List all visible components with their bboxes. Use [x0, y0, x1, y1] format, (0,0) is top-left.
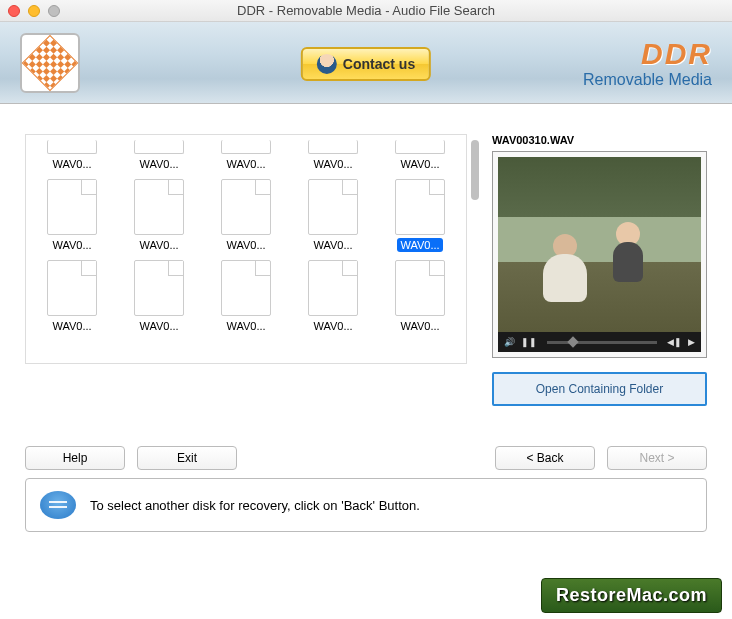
mute-icon[interactable]: 🔊 — [504, 337, 515, 347]
file-icon — [47, 140, 97, 154]
file-item[interactable]: WAV0... — [123, 260, 195, 333]
file-label: WAV0... — [310, 238, 355, 252]
file-item[interactable]: WAV0... — [210, 140, 282, 171]
hint-text: To select another disk for recovery, cli… — [90, 498, 420, 513]
window-title: DDR - Removable Media - Audio File Searc… — [0, 3, 732, 18]
back-button[interactable]: < Back — [495, 446, 595, 470]
watermark: RestoreMac.com — [541, 578, 722, 613]
file-label: WAV0... — [223, 319, 268, 333]
main-content: WAV0...WAV0...WAV0...WAV0...WAV0...WAV0.… — [0, 104, 732, 416]
file-icon — [134, 179, 184, 235]
pause-icon[interactable]: ❚❚ — [521, 337, 537, 347]
file-grid-container: WAV0...WAV0...WAV0...WAV0...WAV0...WAV0.… — [25, 134, 467, 406]
preview-box: 🔊 ❚❚ ◀❚ ▶ — [492, 151, 707, 358]
prev-icon[interactable]: ◀❚ — [667, 337, 682, 347]
help-button[interactable]: Help — [25, 446, 125, 470]
file-item[interactable]: WAV0... — [36, 179, 108, 252]
file-item[interactable]: WAV0... — [384, 140, 456, 171]
file-item[interactable]: WAV0... — [210, 179, 282, 252]
file-icon — [395, 140, 445, 154]
file-label: WAV0... — [310, 157, 355, 171]
file-item[interactable]: WAV0... — [123, 140, 195, 171]
file-icon — [308, 179, 358, 235]
file-item[interactable]: WAV0... — [297, 140, 369, 171]
file-item[interactable]: WAV0... — [297, 260, 369, 333]
file-label: WAV0... — [49, 157, 94, 171]
play-icon[interactable]: ▶ — [688, 337, 695, 347]
person-icon — [317, 54, 337, 74]
file-icon — [134, 260, 184, 316]
file-icon — [395, 260, 445, 316]
file-label: WAV0... — [223, 238, 268, 252]
file-grid-scroll[interactable]: WAV0...WAV0...WAV0...WAV0...WAV0...WAV0.… — [25, 134, 467, 364]
file-label: WAV0... — [136, 157, 181, 171]
file-item[interactable]: WAV0... — [36, 260, 108, 333]
hint-box: To select another disk for recovery, cli… — [25, 478, 707, 532]
file-item[interactable]: WAV0... — [297, 179, 369, 252]
file-label: WAV0... — [397, 157, 442, 171]
next-button: Next > — [607, 446, 707, 470]
exit-button[interactable]: Exit — [137, 446, 237, 470]
preview-panel: WAV00310.WAV 🔊 ❚❚ ◀❚ ▶ Open Containing F… — [492, 134, 707, 406]
contact-label: Contact us — [343, 56, 415, 72]
contact-us-button[interactable]: Contact us — [301, 47, 431, 81]
file-icon — [47, 179, 97, 235]
brand: DDR Removable Media — [583, 37, 712, 89]
scrollbar[interactable] — [471, 140, 479, 200]
file-item[interactable]: WAV0... — [384, 260, 456, 333]
file-label: WAV0... — [49, 319, 94, 333]
preview-image — [498, 157, 701, 332]
file-label: WAV0... — [397, 238, 442, 252]
file-label: WAV0... — [49, 238, 94, 252]
file-icon — [308, 140, 358, 154]
brand-subtitle: Removable Media — [583, 71, 712, 89]
brand-title: DDR — [583, 37, 712, 71]
file-icon — [221, 179, 271, 235]
file-label: WAV0... — [136, 319, 181, 333]
file-item[interactable]: WAV0... — [384, 179, 456, 252]
file-item[interactable]: WAV0... — [123, 179, 195, 252]
file-icon — [221, 260, 271, 316]
chat-icon — [40, 491, 76, 519]
file-label: WAV0... — [136, 238, 181, 252]
file-icon — [221, 140, 271, 154]
header-banner: Contact us DDR Removable Media — [0, 22, 732, 104]
bottom-area: Help Exit < Back Next > To select anothe… — [0, 416, 732, 542]
file-icon — [308, 260, 358, 316]
file-icon — [47, 260, 97, 316]
media-controls: 🔊 ❚❚ ◀❚ ▶ — [498, 332, 701, 352]
app-logo — [20, 33, 80, 93]
file-item[interactable]: WAV0... — [210, 260, 282, 333]
file-label: WAV0... — [223, 157, 268, 171]
preview-filename: WAV00310.WAV — [492, 134, 707, 146]
titlebar: DDR - Removable Media - Audio File Searc… — [0, 0, 732, 22]
file-label: WAV0... — [397, 319, 442, 333]
file-icon — [134, 140, 184, 154]
open-containing-folder-button[interactable]: Open Containing Folder — [492, 372, 707, 406]
file-icon — [395, 179, 445, 235]
seek-slider[interactable] — [547, 341, 657, 344]
button-row: Help Exit < Back Next > — [25, 446, 707, 470]
file-label: WAV0... — [310, 319, 355, 333]
file-item[interactable]: WAV0... — [36, 140, 108, 171]
